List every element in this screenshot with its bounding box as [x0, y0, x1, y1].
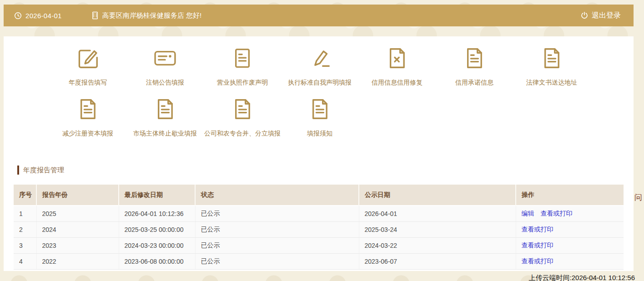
nav-item-label: 注销公告填报 — [146, 79, 184, 87]
nav-item-credit-commitment[interactable]: 信用承诺信息 — [436, 45, 513, 96]
document-lines-icon — [230, 45, 255, 71]
nav-item-filing-instructions[interactable]: 填报须知 — [281, 96, 358, 147]
view-print-link[interactable]: 查看或打印 — [522, 241, 553, 249]
topbar-date: 2026-04-01 — [25, 12, 62, 20]
edit-square-icon — [75, 45, 100, 71]
col-header-index: 序号 — [14, 185, 36, 206]
cell-status: 已公示 — [195, 237, 359, 253]
col-header-year: 报告年份 — [36, 185, 119, 206]
cell-actions: 编辑查看或打印 — [516, 206, 624, 221]
cell-actions: 查看或打印 — [516, 237, 624, 253]
cell-modified: 2025-03-25 00:00:00 — [119, 221, 195, 237]
document-fold-icon — [230, 96, 255, 122]
section-title: 年度报告管理 — [23, 166, 64, 175]
section-accent-bar — [17, 166, 19, 175]
col-header-actions: 操作 — [516, 185, 624, 206]
main-panel: 年度报告填写 注销公告填报 营业执照作废声明 — [4, 36, 634, 271]
document-fold-icon — [539, 45, 564, 71]
cell-year: 2024 — [36, 221, 119, 237]
cell-index: 3 — [14, 237, 36, 253]
topbar-left: 2026-04-01 高要区南岸杨桂保健服务店 您好! — [4, 11, 201, 20]
cell-status: 已公示 — [195, 221, 359, 237]
table-row: 3 2023 2024-03-23 00:00:00 已公示 2024-03-2… — [14, 237, 624, 253]
nav-item-label: 填报须知 — [307, 130, 332, 138]
nav-item-label: 法律文书送达地址 — [526, 79, 577, 87]
cell-year: 2023 — [36, 237, 119, 253]
nav-item-label: 公司和农专合并、分立填报 — [204, 130, 281, 138]
logout-label: 退出登录 — [592, 11, 621, 20]
topbar: 2026-04-01 高要区南岸杨桂保健服务店 您好! 退出登录 — [4, 5, 634, 26]
view-print-link[interactable]: 查看或打印 — [541, 210, 573, 217]
document-fold-icon — [153, 96, 177, 122]
cell-publish-date: 2023-06-07 — [359, 253, 516, 269]
cell-index: 1 — [14, 206, 36, 221]
col-header-status: 状态 — [195, 185, 359, 206]
cell-year: 2025 — [36, 206, 119, 221]
floating-question-button[interactable]: 问 — [634, 192, 642, 203]
cell-publish-date: 2026-04-01 — [359, 206, 516, 221]
view-print-link[interactable]: 查看或打印 — [522, 257, 553, 265]
upload-time-text: 上传云端时间:2026-04-01 10:12:56 — [0, 274, 644, 281]
clock-icon — [14, 11, 22, 20]
user-greeting: 高要区南岸杨桂保健服务店 您好! — [102, 11, 201, 20]
document-fold-icon — [307, 96, 332, 122]
nav-item-annual-report-fill[interactable]: 年度报告填写 — [49, 45, 126, 96]
table-row: 4 2022 2023-06-08 00:00:00 已公示 2023-06-0… — [14, 253, 624, 269]
cell-modified: 2026-04-01 10:12:36 — [119, 206, 195, 221]
nav-item-legal-document-address[interactable]: 法律文书送达地址 — [513, 45, 590, 96]
table-header-row: 序号 报告年份 最后修改日期 状态 公示日期 操作 — [14, 185, 624, 206]
notice-card-icon — [153, 45, 177, 71]
cell-year: 2022 — [36, 253, 119, 269]
nav-item-label: 营业执照作废声明 — [217, 79, 268, 87]
edit-link[interactable]: 编辑 — [522, 210, 534, 217]
nav-item-business-suspension[interactable]: 市场主体终止歇业填报 — [126, 96, 204, 147]
pencil-underline-icon — [307, 45, 332, 71]
cell-modified: 2023-06-08 00:00:00 — [119, 253, 195, 269]
logout-button[interactable]: 退出登录 — [580, 11, 634, 20]
cell-status: 已公示 — [195, 206, 359, 221]
nav-item-merger-division[interactable]: 公司和农专合并、分立填报 — [204, 96, 281, 147]
nav-item-label: 市场主体终止歇业填报 — [133, 130, 197, 138]
table-row: 2 2024 2025-03-25 00:00:00 已公示 2025-03-2… — [14, 221, 624, 237]
nav-item-cancellation-notice[interactable]: 注销公告填报 — [126, 45, 204, 96]
cell-index: 4 — [14, 253, 36, 269]
nav-item-label: 信用承诺信息 — [455, 79, 493, 87]
power-icon — [580, 11, 589, 20]
section-header: 年度报告管理 — [17, 166, 634, 175]
cell-index: 2 — [14, 221, 36, 237]
view-print-link[interactable]: 查看或打印 — [522, 226, 553, 233]
nav-item-label: 年度报告填写 — [69, 79, 107, 87]
nav-item-credit-repair[interactable]: 信用信息信用修复 — [358, 45, 436, 96]
nav-item-license-void-declaration[interactable]: 营业执照作废声明 — [204, 45, 281, 96]
document-fold-icon — [75, 96, 100, 122]
nav-icon-grid: 年度报告填写 注销公告填报 营业执照作废声明 — [49, 45, 634, 147]
annual-report-table: 序号 报告年份 最后修改日期 状态 公示日期 操作 1 2025 2026-04… — [14, 185, 624, 270]
table-row: 1 2025 2026-04-01 10:12:36 已公示 2026-04-0… — [14, 206, 624, 221]
document-fold-icon — [462, 45, 487, 71]
document-x-icon — [385, 45, 409, 71]
organization-icon — [91, 11, 99, 20]
nav-item-standard-self-declaration[interactable]: 执行标准自我声明填报 — [281, 45, 358, 96]
cell-publish-date: 2025-03-24 — [359, 221, 516, 237]
nav-item-label: 执行标准自我声明填报 — [288, 79, 352, 87]
cell-actions: 查看或打印 — [516, 253, 624, 269]
cell-status: 已公示 — [195, 253, 359, 269]
nav-item-capital-reduction[interactable]: 减少注册资本填报 — [49, 96, 126, 147]
nav-item-label: 信用信息信用修复 — [372, 79, 423, 87]
cell-publish-date: 2024-03-22 — [359, 237, 516, 253]
cell-modified: 2024-03-23 00:00:00 — [119, 237, 195, 253]
col-header-modified: 最后修改日期 — [119, 185, 195, 206]
cell-actions: 查看或打印 — [516, 221, 624, 237]
nav-item-label: 减少注册资本填报 — [62, 130, 113, 138]
col-header-publish-date: 公示日期 — [359, 185, 516, 206]
